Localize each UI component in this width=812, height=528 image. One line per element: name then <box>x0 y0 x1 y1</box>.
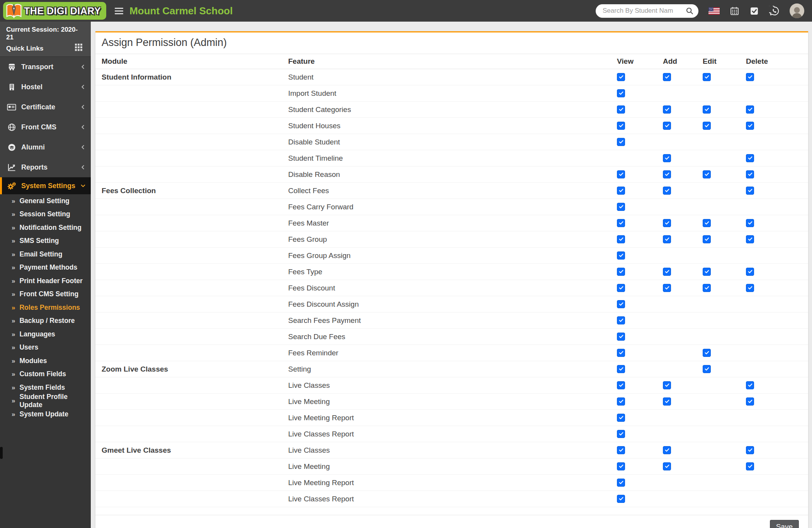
sidebar-subitem-sms-setting[interactable]: »SMS Setting <box>0 234 91 248</box>
checkbox-delete-checked[interactable] <box>746 268 754 276</box>
checkbox-view-checked[interactable] <box>617 316 625 324</box>
checkbox-view-checked[interactable] <box>617 170 625 178</box>
checkbox-add-checked[interactable] <box>663 284 671 292</box>
checkbox-edit-checked[interactable] <box>703 219 711 227</box>
checkbox-view-checked[interactable] <box>617 105 625 114</box>
sidebar-subitem-languages[interactable]: »Languages <box>0 328 91 341</box>
checkbox-view-checked[interactable] <box>617 203 625 211</box>
sidebar-subitem-payment-methods[interactable]: »Payment Methods <box>0 261 91 275</box>
checkbox-view-checked[interactable] <box>617 462 625 470</box>
checkbox-view-checked[interactable] <box>617 73 625 81</box>
checkbox-view-checked[interactable] <box>617 381 625 389</box>
checkbox-view-checked[interactable] <box>617 284 625 292</box>
hamburger-icon[interactable] <box>115 8 123 14</box>
checkbox-view-checked[interactable] <box>617 430 625 438</box>
checkbox-view-checked[interactable] <box>617 479 625 487</box>
checkbox-add-checked[interactable] <box>663 187 671 195</box>
tasks-icon[interactable] <box>749 6 759 16</box>
checkbox-delete-checked[interactable] <box>746 235 754 243</box>
checkbox-delete-checked[interactable] <box>746 381 754 389</box>
sidebar-subitem-users[interactable]: »Users <box>0 341 91 355</box>
sidebar-subitem-roles-permissions[interactable]: »Roles Permissions <box>0 301 91 314</box>
checkbox-delete-checked[interactable] <box>746 462 754 470</box>
checkbox-edit-checked[interactable] <box>703 284 711 292</box>
checkbox-add-checked[interactable] <box>663 446 671 454</box>
checkbox-view-checked[interactable] <box>617 235 625 243</box>
checkbox-edit-checked[interactable] <box>703 268 711 276</box>
checkbox-view-checked[interactable] <box>617 414 625 422</box>
checkbox-view-checked[interactable] <box>617 495 625 503</box>
checkbox-edit-checked[interactable] <box>703 365 711 373</box>
sidebar-scrollbar-thumb[interactable] <box>0 447 3 459</box>
table-row: Student Timeline <box>95 150 808 166</box>
checkbox-add-checked[interactable] <box>663 268 671 276</box>
checkbox-edit-checked[interactable] <box>703 170 711 178</box>
save-button[interactable]: Save <box>770 520 799 528</box>
sidebar-subitem-system-update[interactable]: »System Update <box>0 407 91 421</box>
checkbox-edit-checked[interactable] <box>703 122 711 130</box>
sidebar-subitem-general-setting[interactable]: »General Setting <box>0 194 91 208</box>
whatsapp-icon[interactable] <box>769 6 780 16</box>
sidebar-subitem-print-header-footer[interactable]: »Print Header Footer <box>0 274 91 288</box>
checkbox-delete-checked[interactable] <box>746 219 754 227</box>
sidebar-subitem-session-setting[interactable]: »Session Setting <box>0 208 91 221</box>
checkbox-delete-checked[interactable] <box>746 154 754 162</box>
checkbox-add-checked[interactable] <box>663 219 671 227</box>
sidebar-item-alumni[interactable]: Alumni <box>0 137 91 157</box>
checkbox-view-checked[interactable] <box>617 446 625 454</box>
checkbox-add-checked[interactable] <box>663 105 671 114</box>
sidebar-item-transport[interactable]: Transport <box>0 57 91 77</box>
sidebar-subitem-backup-restore[interactable]: »Backup / Restore <box>0 314 91 328</box>
checkbox-delete-checked[interactable] <box>746 73 754 81</box>
sidebar-subitem-student-profile-update[interactable]: »Student Profile Update <box>0 394 91 408</box>
checkbox-edit-checked[interactable] <box>703 105 711 114</box>
checkbox-add-checked[interactable] <box>663 73 671 81</box>
checkbox-view-checked[interactable] <box>617 187 625 195</box>
checkbox-delete-checked[interactable] <box>746 170 754 178</box>
checkbox-view-checked[interactable] <box>617 89 625 97</box>
sidebar-item-reports[interactable]: Reports <box>0 157 91 177</box>
us-flag-icon[interactable] <box>708 7 720 15</box>
checkbox-view-checked[interactable] <box>617 333 625 341</box>
checkbox-delete-checked[interactable] <box>746 284 754 292</box>
sidebar-item-system-settings[interactable]: System Settings <box>0 177 91 194</box>
checkbox-view-checked[interactable] <box>617 365 625 373</box>
checkbox-add-checked[interactable] <box>663 462 671 470</box>
search-input[interactable] <box>602 7 685 15</box>
checkbox-add-checked[interactable] <box>663 122 671 130</box>
sidebar-item-certificate[interactable]: Certificate <box>0 97 91 117</box>
sidebar-subitem-system-fields[interactable]: »System Fields <box>0 381 91 394</box>
search-icon[interactable] <box>685 7 694 15</box>
quick-links-grid-icon[interactable] <box>75 44 82 53</box>
checkbox-add-checked[interactable] <box>663 170 671 178</box>
sidebar-subitem-custom-fields[interactable]: »Custom Fields <box>0 368 91 381</box>
checkbox-edit-checked[interactable] <box>703 73 711 81</box>
checkbox-delete-checked[interactable] <box>746 105 754 114</box>
checkbox-delete-checked[interactable] <box>746 397 754 406</box>
checkbox-delete-checked[interactable] <box>746 187 754 195</box>
checkbox-edit-checked[interactable] <box>703 349 711 357</box>
checkbox-add-checked[interactable] <box>663 381 671 389</box>
checkbox-view-checked[interactable] <box>617 219 625 227</box>
checkbox-view-checked[interactable] <box>617 268 625 276</box>
checkbox-add-checked[interactable] <box>663 235 671 243</box>
sidebar-item-hostel[interactable]: Hostel <box>0 77 91 97</box>
checkbox-view-checked[interactable] <box>617 251 625 260</box>
sidebar-subitem-notification-setting[interactable]: »Notification Setting <box>0 221 91 234</box>
user-avatar[interactable] <box>790 3 804 18</box>
checkbox-edit-checked[interactable] <box>703 235 711 243</box>
checkbox-delete-checked[interactable] <box>746 446 754 454</box>
sidebar-item-front-cms[interactable]: Front CMS <box>0 117 91 137</box>
sidebar-subitem-modules[interactable]: »Modules <box>0 354 91 368</box>
sidebar-subitem-front-cms-setting[interactable]: »Front CMS Setting <box>0 288 91 301</box>
checkbox-view-checked[interactable] <box>617 122 625 130</box>
calendar-icon[interactable] <box>730 6 739 16</box>
checkbox-view-checked[interactable] <box>617 300 625 308</box>
checkbox-view-checked[interactable] <box>617 349 625 357</box>
checkbox-view-checked[interactable] <box>617 397 625 406</box>
checkbox-add-checked[interactable] <box>663 397 671 406</box>
checkbox-view-checked[interactable] <box>617 138 625 146</box>
checkbox-add-checked[interactable] <box>663 154 671 162</box>
sidebar-subitem-email-setting[interactable]: »Email Setting <box>0 248 91 261</box>
checkbox-delete-checked[interactable] <box>746 122 754 130</box>
